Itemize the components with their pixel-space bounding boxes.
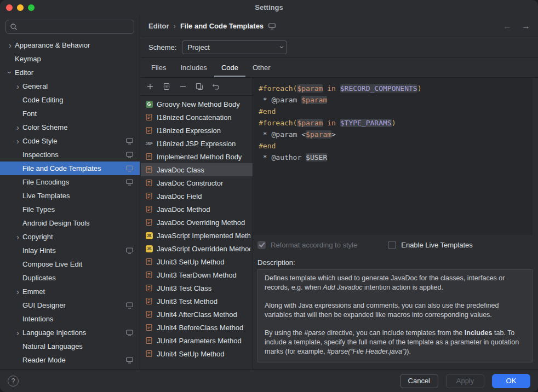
back-icon[interactable]: [503, 21, 512, 31]
template-item-groovy-new-method-body[interactable]: G Groovy New Method Body: [141, 97, 253, 111]
template-item-javadoc-constructor[interactable]: JavaDoc Constructor: [141, 176, 253, 189]
template-list-panel: G Groovy New Method Body I18nized Concat…: [141, 78, 253, 369]
template-icon: [145, 271, 153, 279]
forward-icon[interactable]: [522, 21, 530, 31]
sidebar-item-file-and-code-templates[interactable]: File and Code Templates: [0, 162, 140, 175]
sidebar-item-natural-languages[interactable]: Natural Languages: [0, 339, 140, 353]
template-item-implemented-method-body[interactable]: Implemented Method Body: [141, 150, 253, 163]
sidebar-item-file-types[interactable]: File Types: [0, 203, 140, 216]
breadcrumb-editor[interactable]: Editor: [148, 22, 169, 30]
scheme-select[interactable]: Project: [182, 41, 287, 54]
tab-includes[interactable]: Includes: [173, 57, 214, 77]
template-item-javascript-overridden-method[interactable]: JS JavaScript Overridden Method: [141, 242, 253, 255]
reformat-checkbox[interactable]: [257, 241, 266, 249]
template-item-javadoc-field[interactable]: JavaDoc Field: [141, 189, 253, 203]
help-button[interactable]: ?: [8, 376, 19, 387]
sidebar-tree: Appearance & Behavior Keymap Editor Gene…: [0, 37, 140, 369]
template-item-javadoc-class[interactable]: JavaDoc Class: [141, 163, 253, 176]
sidebar-item-code-editing[interactable]: Code Editing: [0, 93, 140, 107]
code-line: * @param <$param>: [259, 129, 527, 140]
template-icon: [145, 192, 153, 200]
template-icon: [145, 350, 153, 358]
description-paragraph: Defines template which used to generate …: [265, 274, 525, 292]
template-item-i18nized-expression[interactable]: I18nized Expression: [141, 124, 253, 137]
chevron-icon[interactable]: [13, 123, 22, 131]
sidebar-item-gui-designer[interactable]: GUI Designer: [0, 298, 140, 312]
code-line: * @param $param: [259, 94, 527, 106]
sidebar-item-file-encodings[interactable]: File Encodings: [0, 175, 140, 189]
template-item-junit4-parameters-method[interactable]: JUnit4 Parameters Method: [141, 334, 253, 347]
sidebar-item-intentions[interactable]: Intentions: [0, 312, 140, 326]
sidebar-item-copyright[interactable]: Copyright: [0, 230, 140, 244]
zoom-window-button[interactable]: [28, 4, 35, 11]
remove-template-icon[interactable]: [179, 82, 187, 91]
sidebar-item-color-scheme[interactable]: Color Scheme: [0, 120, 140, 134]
sidebar-item-duplicates[interactable]: Duplicates: [0, 271, 140, 285]
description-paragraph: Along with Java expressions and comments…: [265, 301, 525, 320]
chevron-icon[interactable]: [13, 328, 22, 337]
template-item-junit3-teardown-method[interactable]: JUnit3 TearDown Method: [141, 268, 253, 281]
sidebar-item-live-templates[interactable]: Live Templates: [0, 189, 140, 203]
template-editor[interactable]: #foreach($param in $RECORD_COMPONENTS) *…: [253, 78, 533, 235]
cancel-button[interactable]: Cancel: [400, 374, 438, 388]
chevron-icon[interactable]: [13, 233, 22, 241]
sidebar-item-keymap[interactable]: Keymap: [0, 52, 140, 66]
sidebar-item-general[interactable]: General: [0, 79, 140, 93]
sidebar-item-compose-live-edit[interactable]: Compose Live Edit: [0, 257, 140, 271]
add-template-icon[interactable]: [146, 82, 154, 91]
template-icon: [145, 205, 153, 213]
sidebar-item-inspections[interactable]: Inspections: [0, 148, 140, 162]
minimize-window-button[interactable]: [17, 4, 24, 11]
settings-sidebar: Appearance & Behavior Keymap Editor Gene…: [0, 15, 140, 369]
template-item-junit3-test-method[interactable]: JUnit3 Test Method: [141, 295, 253, 308]
template-item-junit4-setup-method[interactable]: JUnit4 SetUp Method: [141, 347, 253, 360]
tab-code[interactable]: Code: [214, 57, 245, 77]
chevron-icon[interactable]: [13, 82, 22, 90]
sidebar-item-editor[interactable]: Editor: [0, 66, 140, 79]
chevron-icon[interactable]: [5, 41, 15, 49]
enable-live-templates-checkbox[interactable]: [388, 241, 396, 249]
template-icon: [145, 310, 153, 318]
list-toolbar: [141, 78, 253, 96]
sidebar-item-appearance-behavior[interactable]: Appearance & Behavior: [0, 38, 140, 52]
reset-to-default-icon[interactable]: [211, 82, 220, 91]
sidebar-item-reader-mode[interactable]: Reader Mode: [0, 353, 140, 367]
template-item-junit4-afterclass-method[interactable]: JUnit4 AfterClass Method: [141, 308, 253, 321]
sidebar-item-emmet[interactable]: Emmet: [0, 285, 140, 298]
template-item-junit3-setup-method[interactable]: JUnit3 SetUp Method: [141, 255, 253, 268]
settings-scope-icon: [126, 330, 133, 336]
tab-other[interactable]: Other: [245, 57, 278, 77]
create-child-template-icon[interactable]: [162, 82, 171, 91]
search-icon: [10, 23, 18, 31]
search-input[interactable]: [20, 22, 130, 32]
sidebar-item-android-design-tools[interactable]: Android Design Tools: [0, 216, 140, 230]
template-item-i18nized-jsp-expression[interactable]: JSP I18nized JSP Expression: [141, 137, 253, 150]
editor-panel: #foreach($param in $RECORD_COMPONENTS) *…: [253, 78, 538, 369]
chevron-icon[interactable]: [13, 137, 22, 145]
footer: ? Cancel Apply OK: [0, 369, 538, 392]
javascript-icon: JS: [146, 232, 153, 239]
settings-scope-icon: [126, 152, 133, 158]
reformat-option: Reformat according to style: [257, 241, 357, 249]
chevron-down-icon: [281, 43, 284, 51]
close-window-button[interactable]: [6, 4, 13, 11]
breadcrumb-separator: ›: [174, 22, 176, 30]
copy-template-icon[interactable]: [195, 82, 204, 91]
sidebar-item-code-style[interactable]: Code Style: [0, 134, 140, 148]
sidebar-item-inlay-hints[interactable]: Inlay Hints: [0, 244, 140, 257]
template-item-javascript-implemented-method[interactable]: JS JavaScript Implemented Method: [141, 229, 253, 242]
settings-search-box[interactable]: [5, 20, 134, 34]
template-icon: [145, 218, 153, 226]
chevron-icon[interactable]: [5, 68, 15, 77]
chevron-icon[interactable]: [13, 287, 22, 296]
apply-button[interactable]: Apply: [446, 374, 484, 388]
template-item-junit3-test-class[interactable]: JUnit3 Test Class: [141, 281, 253, 295]
template-item-javadoc-overriding-method[interactable]: JavaDoc Overriding Method: [141, 216, 253, 229]
template-item-i18nized-concatenation[interactable]: I18nized Concatenation: [141, 111, 253, 124]
sidebar-item-font[interactable]: Font: [0, 107, 140, 120]
ok-button[interactable]: OK: [492, 374, 530, 388]
sidebar-item-language-injections[interactable]: Language Injections: [0, 326, 140, 339]
template-item-junit4-beforeclass-method[interactable]: JUnit4 BeforeClass Method: [141, 321, 253, 334]
template-item-javadoc-method[interactable]: JavaDoc Method: [141, 203, 253, 216]
tab-files[interactable]: Files: [144, 57, 173, 77]
